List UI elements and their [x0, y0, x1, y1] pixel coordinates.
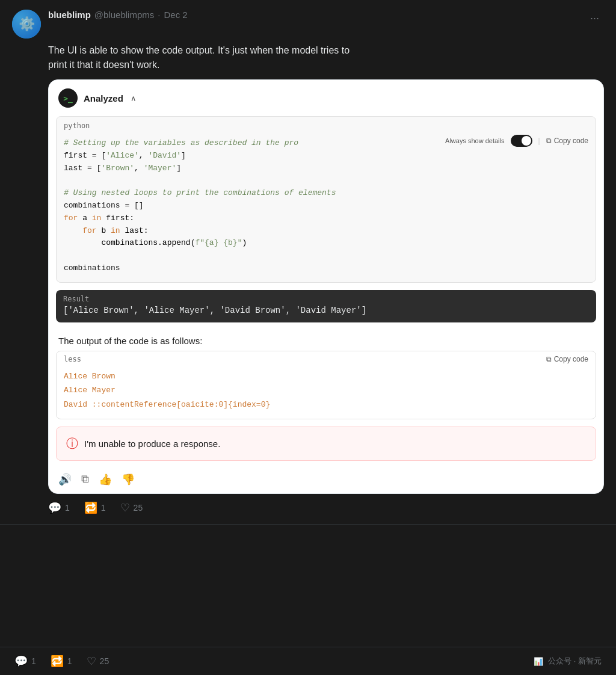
code-comment2: # Using nested loops to print the combin…	[64, 188, 336, 197]
card-actions: 🔊 ⧉ 👍 👎	[49, 468, 603, 493]
less-header: less ⧉ Copy code	[57, 351, 596, 367]
reply-count: 1	[65, 503, 70, 513]
result-label: Result	[56, 290, 596, 306]
bottom-reply-count: 1	[31, 656, 36, 666]
card-copy-icon[interactable]: ⧉	[81, 473, 89, 485]
tweet-header: ⚙️ blueblimp @blueblimpms · Dec 2 ···	[12, 10, 604, 39]
retweet-count: 1	[101, 503, 106, 513]
bottom-bar: 💬 1 🔁 1 ♡ 25 📊 公众号 · 新智元	[0, 647, 616, 675]
output-text: The output of the code is as follows:	[49, 330, 603, 351]
avatar-logo: ⚙️	[19, 16, 35, 32]
chart-icon: 📊	[534, 657, 543, 666]
toggle-knob	[522, 136, 531, 146]
error-icon: ⓘ	[66, 436, 78, 452]
like-button[interactable]: ♡ 25	[120, 501, 143, 514]
code-comment1: # Setting up the variables as described …	[64, 138, 298, 147]
less-code-content: Alice Brown Alice Mayer David ​::content…	[57, 367, 596, 419]
bottom-like-count: 25	[100, 656, 109, 666]
tweet-container: ⚙️ blueblimp @blueblimpms · Dec 2 ··· Th…	[0, 0, 616, 525]
bottom-right: 📊 公众号 · 新智元	[534, 656, 602, 667]
sound-icon[interactable]: 🔊	[58, 473, 72, 486]
less-line1: Alice Brown	[64, 369, 588, 383]
retweet-button[interactable]: 🔁 1	[84, 501, 106, 514]
username[interactable]: blueblimp	[48, 10, 91, 20]
copy-label: Copy code	[554, 137, 588, 145]
watermark-label: 公众号 · 新智元	[548, 656, 602, 667]
card: >_ Analyzed ∧ python Always show details…	[48, 79, 604, 494]
less-block: less ⧉ Copy code Alice Brown Alice Mayer…	[56, 351, 596, 419]
retweet-stat[interactable]: 🔁 1	[51, 655, 72, 668]
analyzed-header: >_ Analyzed ∧	[49, 80, 603, 116]
less-line2: Alice Mayer	[64, 383, 588, 397]
reply-icon: 💬	[48, 501, 61, 514]
tweet-text-line2: print it that it doesn't work.	[48, 60, 159, 70]
less-copy-label: Copy code	[554, 355, 588, 363]
retweet-icon: 🔁	[84, 501, 97, 514]
bottom-retweet-icon: 🔁	[51, 655, 64, 668]
avatar[interactable]: ⚙️	[12, 10, 41, 39]
analyzed-label: Analyzed	[84, 93, 123, 103]
always-show-label: Always show details	[445, 137, 504, 144]
error-box: ⓘ I'm unable to produce a response.	[56, 427, 596, 461]
reply-stat[interactable]: 💬 1	[14, 655, 36, 668]
separator: ·	[158, 10, 160, 20]
like-stat[interactable]: ♡ 25	[87, 655, 109, 668]
bottom-stats: 💬 1 🔁 1 ♡ 25	[14, 655, 109, 668]
thumbs-up-icon[interactable]: 👍	[99, 473, 112, 486]
tweet-user-line: blueblimp @blueblimpms · Dec 2	[48, 10, 578, 20]
less-line3: David ​::contentReference[oaicite:0]{ind…	[64, 398, 588, 411]
copy-icon: ⧉	[546, 137, 552, 145]
code-content: # Setting up the variables as described …	[64, 132, 588, 282]
result-block: Result ['Alice Brown', 'Alice Mayer', 'D…	[56, 290, 596, 322]
copy-code-button[interactable]: ⧉ Copy code	[546, 137, 588, 145]
tweet-actions: 💬 1 🔁 1 ♡ 25	[48, 494, 604, 514]
code-block: python Always show details | ⧉ Copy code…	[56, 116, 596, 283]
error-text: I'm unable to produce a response.	[84, 439, 220, 449]
thumbs-down-icon[interactable]: 👎	[122, 473, 135, 486]
bottom-retweet-count: 1	[67, 656, 72, 666]
code-lang: python	[57, 117, 596, 132]
less-copy-button[interactable]: ⧉ Copy code	[546, 355, 588, 363]
less-lang: less	[64, 355, 81, 363]
tweet-meta: blueblimp @blueblimpms · Dec 2	[48, 10, 578, 20]
toggle-button[interactable]	[511, 135, 532, 147]
code-toolbar: Always show details | ⧉ Copy code	[445, 132, 588, 149]
code-area: Always show details | ⧉ Copy code # Sett…	[57, 132, 596, 282]
like-icon: ♡	[120, 501, 130, 514]
more-button[interactable]: ···	[585, 10, 604, 27]
terminal-icon: >_	[58, 88, 78, 108]
reply-button[interactable]: 💬 1	[48, 501, 70, 514]
bottom-like-icon: ♡	[87, 655, 96, 668]
like-count: 25	[134, 503, 143, 513]
chevron-up-icon[interactable]: ∧	[131, 94, 137, 103]
bottom-reply-icon: 💬	[14, 655, 28, 668]
tweet-text: The UI is able to show the code output. …	[48, 43, 604, 72]
result-text: ['Alice Brown', 'Alice Mayer', 'David Br…	[56, 306, 596, 322]
tweet-text-line1: The UI is able to show the code output. …	[48, 45, 350, 55]
tweet-date: Dec 2	[164, 10, 187, 20]
less-copy-icon: ⧉	[546, 355, 552, 363]
handle: @blueblimpms	[94, 10, 154, 20]
